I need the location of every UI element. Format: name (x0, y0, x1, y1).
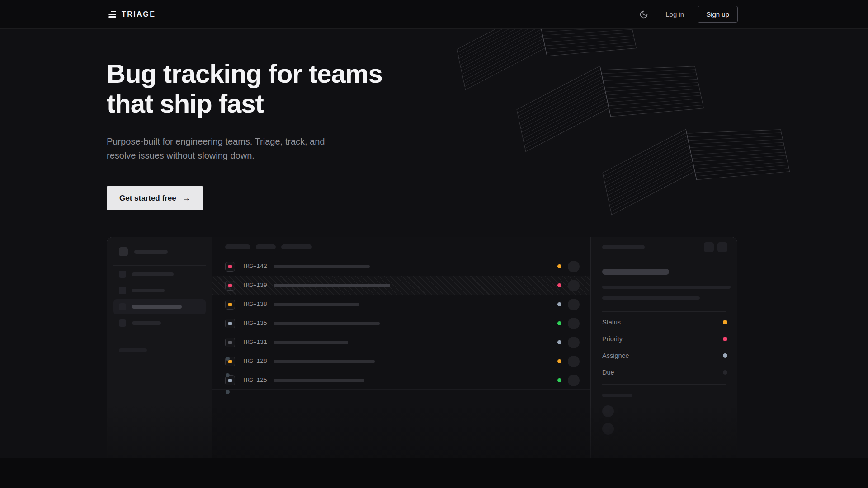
issue-title-placeholder (274, 341, 348, 344)
detail-field-dot (723, 320, 727, 324)
issue-id: TRG–138 (242, 301, 267, 308)
priority-icon (225, 281, 235, 291)
theme-toggle-button[interactable] (636, 6, 652, 23)
nav-item-label-placeholder (132, 305, 182, 309)
sidebar-nav-item (113, 283, 206, 298)
issue-id: TRG–139 (242, 282, 267, 289)
mockup-issue-row: TRG–135 (212, 314, 590, 333)
label-dot (226, 390, 230, 394)
nav-item-icon (119, 303, 126, 310)
hero-subtitle: Purpose-built for engineering teams. Tri… (107, 135, 382, 163)
detail-title-placeholder (602, 269, 669, 275)
get-started-button[interactable]: Get started free → (107, 186, 203, 210)
nav-actions: Log in Sign up (636, 6, 738, 23)
detail-divider (602, 384, 726, 385)
wireframe-sheets-art (407, 9, 796, 226)
status-dot (557, 283, 561, 287)
detail-field-dot (723, 337, 727, 341)
assignee-avatar (568, 356, 580, 367)
assignee-avatar (568, 337, 580, 348)
detail-field-row: Status (591, 314, 737, 330)
get-started-label: Get started free (119, 194, 176, 203)
label-dot (226, 373, 230, 377)
status-dot (557, 264, 561, 268)
detail-field-dot (723, 370, 727, 375)
mockup-workspace-header (107, 237, 212, 256)
mockup-issue-row: TRG–131 (212, 333, 590, 352)
priority-icon (225, 262, 235, 272)
hero-title-line-2: that ship fast (107, 89, 264, 118)
assignee-avatar (568, 261, 580, 272)
issue-id: TRG–128 (242, 358, 267, 365)
priority-icon (225, 338, 235, 347)
arrow-right-icon: → (182, 193, 190, 203)
moon-icon (639, 10, 648, 19)
brand-name: TRIAGE (122, 10, 156, 19)
filter-chip-placeholder (225, 244, 250, 249)
detail-breadcrumb-placeholder (602, 245, 645, 249)
issue-title-placeholder (274, 265, 370, 268)
sidebar-section-placeholder (119, 348, 147, 352)
detail-field-row: Due (591, 364, 737, 380)
workspace-avatar (119, 247, 128, 256)
filter-chip-placeholder (256, 244, 276, 249)
activity-avatar (602, 423, 614, 435)
top-nav: TRIAGE Log in Sign up (0, 0, 868, 29)
assignee-avatar (568, 299, 580, 310)
hero-subtitle-line-1: Purpose-built for engineering teams. Tri… (107, 136, 325, 146)
app-mockup-window: TRG–142 TRG–139 TRG–138 TRG–135 TRG–131 (107, 237, 737, 458)
sidebar-nav-item (113, 267, 206, 282)
issue-rows: TRG–142 TRG–139 TRG–138 TRG–135 TRG–131 (212, 257, 590, 390)
detail-field-label: Due (602, 369, 614, 376)
issue-id: TRG–131 (242, 339, 267, 346)
log-in-link[interactable]: Log in (665, 10, 684, 18)
priority-icon (225, 319, 235, 328)
mockup-detail-panel: Status Priority Assignee Due (591, 237, 737, 458)
sidebar-divider (113, 265, 206, 266)
status-dot (557, 359, 561, 363)
nav-item-label-placeholder (132, 289, 165, 292)
detail-description-placeholder (602, 286, 731, 289)
priority-dot (228, 303, 232, 306)
nav-item-icon (119, 319, 126, 327)
sidebar-nav-item-active (113, 299, 206, 314)
status-dot (557, 302, 561, 306)
status-dot (557, 378, 561, 382)
detail-toolbar (591, 237, 737, 257)
issue-id: TRG–135 (242, 320, 267, 327)
nav-item-icon (119, 287, 126, 294)
triage-logo-icon (108, 11, 116, 18)
issue-id: TRG–125 (242, 377, 267, 384)
workspace-name-placeholder (134, 250, 168, 254)
priority-dot (228, 341, 232, 344)
assignee-avatar (568, 375, 580, 386)
mockup-issue-list: TRG–142 TRG–139 TRG–138 TRG–135 TRG–131 (212, 237, 591, 458)
brand-logo[interactable]: TRIAGE (108, 10, 156, 19)
issue-title-placeholder (274, 379, 364, 382)
mockup-issue-row: TRG–138 (212, 295, 590, 314)
mockup-issue-row: TRG–139 (212, 276, 590, 295)
filter-chip-placeholder (281, 244, 312, 249)
sign-up-button[interactable]: Sign up (698, 6, 738, 23)
assignee-avatar (568, 318, 580, 329)
activity-avatar (602, 405, 614, 417)
detail-action-button-placeholder (717, 242, 727, 252)
hero-title: Bug tracking for teams that ship fast (107, 59, 382, 118)
detail-description-placeholder (602, 296, 700, 300)
detail-field-label: Status (602, 319, 621, 326)
mockup-issue-row: TRG–125 (212, 371, 590, 390)
assignee-avatar (568, 280, 580, 291)
hero-subtitle-line-2: resolve issues without slowing down. (107, 150, 255, 160)
nav-item-label-placeholder (132, 321, 161, 325)
label-dot (226, 357, 230, 361)
issue-title-placeholder (274, 303, 359, 306)
issue-title-placeholder (274, 284, 390, 287)
issue-id: TRG–142 (242, 263, 267, 270)
nav-item-label-placeholder (132, 272, 174, 276)
list-toolbar (212, 237, 590, 257)
mockup-issue-row: TRG–128 (212, 352, 590, 371)
issue-title-placeholder (274, 322, 380, 325)
detail-field-label: Priority (602, 335, 623, 343)
sidebar-divider (113, 342, 206, 342)
hero-title-line-1: Bug tracking for teams (107, 59, 382, 88)
